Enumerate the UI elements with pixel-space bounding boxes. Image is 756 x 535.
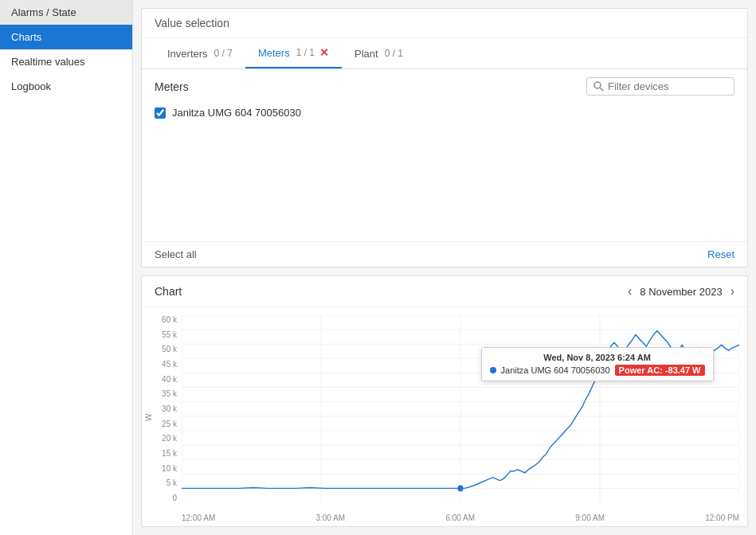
- chart-area: 60 k 55 k 50 k 45 k 40 k 35 k 30 k 25 k …: [142, 307, 747, 526]
- filter-devices-input[interactable]: [608, 80, 727, 92]
- chart-date: 8 November 2023: [640, 286, 722, 298]
- y-unit: W: [144, 413, 153, 420]
- x-label-12pm: 12:00 PM: [705, 514, 739, 522]
- y-label-5k: 5 k: [166, 478, 177, 487]
- main-content: Value selection Inverters 0 / 7 Meters 1…: [133, 0, 756, 535]
- chart-section: Chart ‹ 8 November 2023 › 60 k 55 k 50 k…: [141, 275, 748, 527]
- y-label-0: 0: [172, 494, 177, 502]
- sidebar-item-label: Realtime values: [11, 56, 85, 68]
- chart-canvas: [182, 315, 739, 502]
- tab-meters-close[interactable]: ✕: [319, 46, 329, 59]
- panel-footer: Select all Reset: [142, 241, 747, 267]
- tab-meters-count: 1 / 1: [296, 47, 315, 58]
- y-label-35k: 35 k: [162, 389, 177, 398]
- device-label-janitza: Janitza UMG 604 70056030: [172, 107, 301, 119]
- y-label-50k: 50 k: [162, 345, 177, 353]
- y-label-40k: 40 k: [162, 375, 177, 384]
- value-selection-header: Value selection: [142, 9, 747, 38]
- sidebar-item-charts[interactable]: Charts: [0, 25, 132, 49]
- device-panel-title: Meters: [155, 80, 189, 93]
- svg-line-1: [601, 88, 604, 92]
- value-selection-title: Value selection: [155, 17, 229, 29]
- device-item-janitza: Janitza UMG 604 70056030: [155, 103, 734, 122]
- y-label-60k: 60 k: [162, 315, 177, 324]
- select-all-button[interactable]: Select all: [155, 248, 197, 260]
- value-selection-panel: Value selection Inverters 0 / 7 Meters 1…: [141, 8, 748, 268]
- y-label-10k: 10 k: [162, 464, 177, 473]
- tab-meters-label: Meters: [258, 47, 290, 59]
- svg-point-0: [594, 82, 601, 88]
- sidebar-item-label: Charts: [11, 31, 41, 43]
- tab-plant-count: 0 / 1: [385, 48, 403, 59]
- device-checkbox-janitza[interactable]: [155, 107, 166, 119]
- tab-plant-label: Plant: [354, 48, 378, 60]
- filter-input-wrap: [586, 77, 734, 96]
- y-label-15k: 15 k: [162, 449, 177, 458]
- tab-inverters-label: Inverters: [167, 48, 208, 60]
- tabs-row: Inverters 0 / 7 Meters 1 / 1 ✕ Plant 0 /…: [142, 38, 747, 69]
- reset-button[interactable]: Reset: [707, 248, 734, 260]
- sidebar-item-label: Alarms / State: [11, 6, 76, 18]
- x-axis: 12:00 AM 3:00 AM 6:00 AM 9:00 AM 12:00 P…: [182, 514, 739, 522]
- chart-next-arrow[interactable]: ›: [731, 284, 734, 299]
- x-label-3am: 3:00 AM: [315, 514, 345, 522]
- x-label-6am: 6:00 AM: [445, 514, 475, 522]
- chart-prev-arrow[interactable]: ‹: [628, 284, 632, 299]
- sidebar-item-alarms-state[interactable]: Alarms / State: [0, 0, 132, 25]
- y-label-20k: 20 k: [162, 434, 177, 443]
- sidebar-item-label: Logbook: [11, 80, 51, 92]
- device-panel: Meters Janitza UMG 604 70056030: [142, 69, 747, 130]
- y-label-45k: 45 k: [162, 360, 177, 369]
- search-icon: [593, 81, 604, 92]
- x-label-9am: 9:00 AM: [575, 514, 605, 522]
- chart-point-6am: [457, 485, 463, 491]
- tab-meters[interactable]: Meters 1 / 1 ✕: [245, 38, 342, 68]
- y-label-55k: 55 k: [162, 330, 177, 339]
- tab-inverters[interactable]: Inverters 0 / 7: [155, 38, 245, 68]
- y-axis: 60 k 55 k 50 k 45 k 40 k 35 k 30 k 25 k …: [142, 315, 182, 502]
- tab-inverters-count: 0 / 7: [214, 48, 233, 59]
- device-panel-header: Meters: [155, 77, 734, 96]
- x-label-12am: 12:00 AM: [182, 514, 215, 522]
- y-label-30k: 30 k: [162, 404, 177, 413]
- sidebar-item-realtime-values[interactable]: Realtime values: [0, 49, 132, 74]
- chart-svg: [182, 315, 739, 502]
- chart-nav: ‹ 8 November 2023 ›: [628, 284, 734, 299]
- sidebar-item-logbook[interactable]: Logbook: [0, 74, 132, 99]
- chart-header: Chart ‹ 8 November 2023 ›: [142, 276, 747, 307]
- chart-title: Chart: [155, 285, 182, 298]
- y-label-25k: 25 k: [162, 420, 177, 428]
- sidebar: Alarms / State Charts Realtime values Lo…: [0, 0, 133, 535]
- tab-plant[interactable]: Plant 0 / 1: [342, 38, 416, 68]
